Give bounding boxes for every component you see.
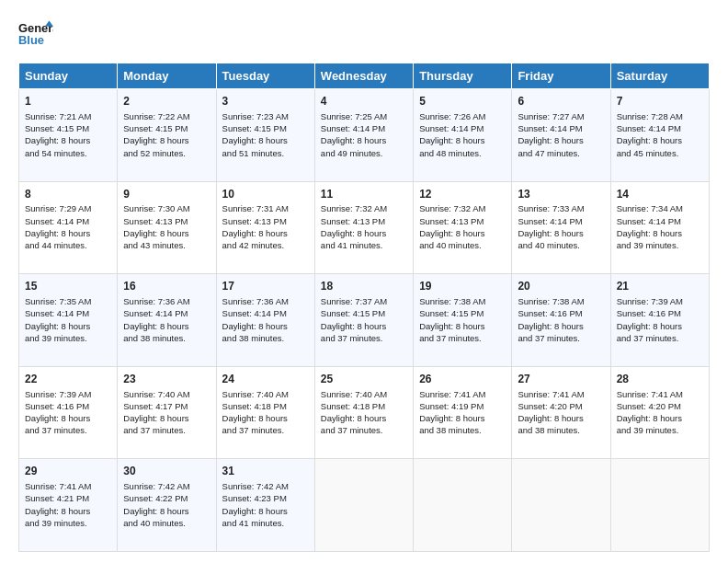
cell-info-line: Daylight: 8 hours [321,412,407,424]
cell-info-line: and 40 minutes. [518,239,604,251]
day-number: 9 [123,187,210,202]
cell-info-line: Sunrise: 7:40 AM [222,388,309,400]
cell-info-line: Daylight: 8 hours [617,412,703,424]
day-number: 2 [123,94,210,109]
day-number: 13 [518,187,604,202]
cell-info-line: and 37 minutes. [419,332,506,344]
cell-info-line: and 40 minutes. [123,517,210,529]
day-number: 6 [518,94,604,109]
calendar-cell [314,459,413,552]
cell-info-line: Sunset: 4:14 PM [25,215,111,227]
cell-info-line: Sunrise: 7:40 AM [321,388,407,400]
cell-info-line: Sunset: 4:16 PM [25,400,111,412]
col-header-sunday: Sunday [19,63,118,89]
cell-info-line: Daylight: 8 hours [518,320,604,332]
cell-info-line: and 44 minutes. [25,239,111,251]
cell-info-line: and 38 minutes. [419,424,506,436]
calendar-cell: 18Sunrise: 7:37 AMSunset: 4:15 PMDayligh… [314,274,413,367]
cell-info-line: Sunrise: 7:30 AM [123,202,210,214]
calendar-cell: 29Sunrise: 7:41 AMSunset: 4:21 PMDayligh… [19,459,118,552]
day-number: 11 [321,187,407,202]
calendar-cell: 26Sunrise: 7:41 AMSunset: 4:19 PMDayligh… [414,366,512,459]
day-number: 14 [617,187,703,202]
cell-info-line: and 37 minutes. [321,424,407,436]
cell-info-line: and 47 minutes. [518,147,604,159]
cell-info-line: Sunrise: 7:28 AM [617,110,703,122]
cell-info-line: Daylight: 8 hours [617,134,703,146]
calendar-cell: 11Sunrise: 7:32 AMSunset: 4:13 PMDayligh… [314,181,413,274]
cell-info-line: Sunrise: 7:25 AM [321,110,407,122]
cell-info-line: Daylight: 8 hours [518,227,604,239]
cell-info-line: Daylight: 8 hours [419,134,506,146]
calendar-cell: 20Sunrise: 7:38 AMSunset: 4:16 PMDayligh… [512,274,610,367]
cell-info-line: Daylight: 8 hours [321,320,407,332]
cell-info-line: Sunset: 4:13 PM [419,215,506,227]
day-number: 12 [419,187,506,202]
cell-info-line: and 54 minutes. [25,147,111,159]
calendar-cell: 2Sunrise: 7:22 AMSunset: 4:15 PMDaylight… [118,89,216,182]
cell-info-line: Daylight: 8 hours [25,320,111,332]
day-number: 20 [518,279,604,294]
day-number: 7 [617,94,703,109]
header: General Blue [18,17,710,52]
day-number: 10 [222,187,309,202]
day-number: 8 [25,187,111,202]
calendar-cell: 13Sunrise: 7:33 AMSunset: 4:14 PMDayligh… [512,181,610,274]
cell-info-line: Sunrise: 7:41 AM [617,388,703,400]
col-header-saturday: Saturday [610,63,709,89]
cell-info-line: and 39 minutes. [617,424,703,436]
cell-info-line: Sunset: 4:14 PM [518,215,604,227]
cell-info-line: Sunrise: 7:39 AM [25,388,111,400]
cell-info-line: Daylight: 8 hours [123,227,210,239]
calendar-cell: 3Sunrise: 7:23 AMSunset: 4:15 PMDaylight… [216,89,314,182]
cell-info-line: Sunrise: 7:38 AM [518,295,604,307]
cell-info-line: Sunrise: 7:42 AM [123,480,210,492]
cell-info-line: Sunset: 4:17 PM [123,400,210,412]
cell-info-line: and 45 minutes. [617,147,703,159]
cell-info-line: Daylight: 8 hours [123,412,210,424]
cell-info-line: and 37 minutes. [518,332,604,344]
calendar-cell: 31Sunrise: 7:42 AMSunset: 4:23 PMDayligh… [216,459,314,552]
calendar-cell: 30Sunrise: 7:42 AMSunset: 4:22 PMDayligh… [118,459,216,552]
day-number: 3 [222,94,309,109]
day-number: 22 [25,372,111,387]
cell-info-line: Sunrise: 7:40 AM [123,388,210,400]
cell-info-line: Sunset: 4:14 PM [222,307,309,319]
cell-info-line: and 40 minutes. [419,239,506,251]
day-number: 28 [617,372,703,387]
day-number: 16 [123,279,210,294]
calendar-cell: 14Sunrise: 7:34 AMSunset: 4:14 PMDayligh… [610,181,709,274]
day-number: 5 [419,94,506,109]
cell-info-line: Sunset: 4:18 PM [321,400,407,412]
cell-info-line: and 49 minutes. [321,147,407,159]
cell-info-line: Sunset: 4:13 PM [123,215,210,227]
calendar-cell: 27Sunrise: 7:41 AMSunset: 4:20 PMDayligh… [512,366,610,459]
cell-info-line: Sunset: 4:15 PM [419,307,506,319]
calendar-cell: 21Sunrise: 7:39 AMSunset: 4:16 PMDayligh… [610,274,709,367]
cell-info-line: Daylight: 8 hours [25,412,111,424]
cell-info-line: and 38 minutes. [518,424,604,436]
cell-info-line: Sunset: 4:14 PM [617,215,703,227]
cell-info-line: Sunset: 4:21 PM [25,492,111,504]
cell-info-line: Sunset: 4:13 PM [321,215,407,227]
cell-info-line: Daylight: 8 hours [222,227,309,239]
cell-info-line: and 37 minutes. [123,424,210,436]
cell-info-line: Daylight: 8 hours [123,134,210,146]
cell-info-line: Sunset: 4:16 PM [518,307,604,319]
cell-info-line: Sunrise: 7:27 AM [518,110,604,122]
cell-info-line: Daylight: 8 hours [222,320,309,332]
cell-info-line: and 51 minutes. [222,147,309,159]
cell-info-line: Sunset: 4:20 PM [518,400,604,412]
cell-info-line: Daylight: 8 hours [25,134,111,146]
day-number: 1 [25,94,111,109]
cell-info-line: and 43 minutes. [123,239,210,251]
cell-info-line: Daylight: 8 hours [222,412,309,424]
cell-info-line: Sunrise: 7:35 AM [25,295,111,307]
cell-info-line: Sunrise: 7:22 AM [123,110,210,122]
cell-info-line: Sunrise: 7:31 AM [222,202,309,214]
cell-info-line: Sunrise: 7:41 AM [419,388,506,400]
day-number: 15 [25,279,111,294]
cell-info-line: Sunset: 4:14 PM [321,122,407,134]
cell-info-line: Daylight: 8 hours [617,320,703,332]
calendar-cell [512,459,610,552]
